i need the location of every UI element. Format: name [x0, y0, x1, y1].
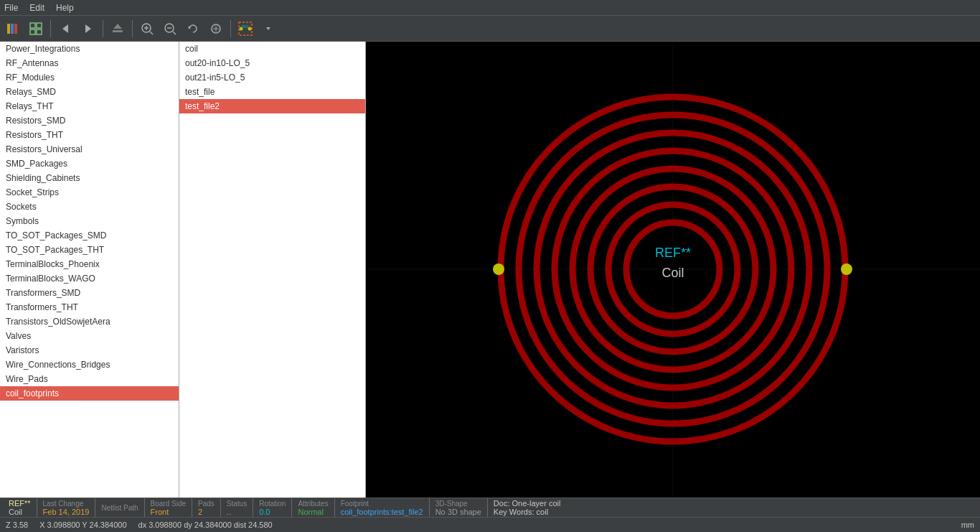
status-status-value: .. [227, 508, 247, 516]
grid-button[interactable] [26, 19, 46, 39]
status-keywords-label: Key Words: coil [494, 508, 971, 516]
lib-item[interactable]: RF_Antennas [0, 56, 179, 70]
lib-item[interactable]: Wire_Pads [0, 372, 179, 386]
status-netlist-label: Netlist Path [101, 504, 138, 512]
svg-rect-2 [14, 24, 17, 34]
status-lastchange-value: Feb 14, 2019 [43, 508, 90, 516]
lib-item[interactable]: Shielding_Cabinets [0, 171, 179, 185]
lib-item[interactable]: Sockets [0, 200, 179, 214]
main-area: Power_Integrations RF_Antennas RF_Module… [0, 42, 980, 498]
status-status-label: Status [227, 500, 247, 508]
pad-left [493, 263, 504, 275]
zoom-fit-button[interactable] [206, 19, 226, 39]
ref-label: REF** [655, 246, 691, 260]
status-footprint-col: Footprint coil_footprints:test_file2 [335, 498, 430, 517]
status-rotation-col: Rotation 0.0 [253, 498, 292, 517]
lib-item[interactable]: Resistors_SMD [0, 113, 179, 128]
lib-item[interactable]: Symbols [0, 214, 179, 228]
status-ref: REF** [9, 499, 31, 508]
fp-item-out21[interactable]: out21-in5-LO_5 [179, 70, 365, 85]
status-doc-label: Doc: One-layer coil [494, 499, 971, 508]
status-attr-col: Attributes Normal [292, 498, 334, 517]
lib-item[interactable]: SMD_Packages [0, 157, 179, 171]
zoom-reset-button[interactable] [183, 19, 203, 39]
status-unit: mm [961, 521, 974, 529]
lib-item[interactable]: Valves [0, 329, 179, 343]
status-lastchange-col: Last Change Feb 14, 2019 [37, 498, 96, 517]
fp-item-coil[interactable]: coil [179, 42, 365, 56]
status-lastchange-label: Last Change [43, 500, 90, 508]
svg-marker-7 [62, 24, 68, 33]
canvas-svg: REF** Coil [366, 42, 980, 498]
lib-item[interactable]: Wire_Connections_Bridges [0, 358, 179, 372]
status-attr-label: Attributes [298, 500, 328, 508]
zoom-out-button[interactable] [160, 19, 180, 39]
status-3dshape-value: No 3D shape [435, 508, 481, 516]
load-button[interactable] [108, 19, 128, 39]
footprint-panel: coil out20-in10-LO_5 out21-in5-LO_5 test… [179, 42, 366, 498]
separator-2 [103, 20, 103, 37]
menu-help[interactable]: Help [56, 3, 74, 13]
status-pads-label: Pads [198, 500, 215, 508]
footprint-button[interactable]: REF [235, 19, 255, 39]
separator-3 [132, 20, 133, 37]
dropdown-button[interactable] [258, 19, 278, 39]
lib-item[interactable]: Transformers_SMD [0, 286, 179, 300]
status-pads-col: Pads 2 [192, 498, 221, 517]
zoom-in-button[interactable] [137, 19, 157, 39]
svg-marker-10 [113, 24, 122, 29]
lib-item[interactable]: Relays_THT [0, 99, 179, 113]
svg-line-14 [150, 32, 153, 34]
lib-item[interactable]: Transformers_THT [0, 300, 179, 314]
lib-item-coil-footprints[interactable]: coil_footprints [0, 386, 179, 401]
lib-item[interactable]: Transistors_OldSowjetAera [0, 314, 179, 329]
status-boardside-value: Front [151, 508, 186, 516]
forward-button[interactable] [78, 19, 98, 39]
status-coord-xy: X 3.098800 Y 24.384000 [39, 521, 126, 529]
lib-item[interactable]: Resistors_THT [0, 128, 179, 142]
lib-item-resistors-universal[interactable]: Resistors_Universal [0, 142, 179, 157]
lib-item[interactable]: TO_SOT_Packages_THT [0, 243, 179, 257]
fp-item-test-file[interactable]: test_file [179, 85, 365, 99]
menu-edit[interactable]: Edit [29, 3, 44, 13]
status-coord-d: dx 3.098800 dy 24.384000 dist 24.580 [138, 521, 273, 529]
svg-text:REF: REF [242, 24, 249, 29]
lib-item[interactable]: Relays_SMD [0, 85, 179, 99]
status-footprint-label: Footprint [341, 500, 423, 508]
comp-label: Coil [661, 266, 684, 280]
status-top: REF** Coil Last Change Feb 14, 2019 Netl… [0, 498, 980, 518]
status-attr-value: Normal [298, 508, 328, 516]
lib-item[interactable]: RF_Modules [0, 70, 179, 85]
fp-item-out20[interactable]: out20-in10-LO_5 [179, 56, 365, 70]
lib-item[interactable]: Varistors [0, 343, 179, 358]
separator-1 [50, 20, 51, 37]
status-rotation-label: Rotation [259, 500, 286, 508]
svg-marker-26 [266, 27, 270, 30]
svg-rect-6 [37, 29, 42, 34]
menu-file[interactable]: File [4, 3, 18, 13]
svg-rect-0 [7, 24, 10, 34]
statusbar: REF** Coil Last Change Feb 14, 2019 Netl… [0, 498, 980, 532]
svg-rect-1 [11, 24, 14, 34]
status-netlist-col: Netlist Path [95, 498, 144, 517]
lib-item[interactable]: TerminalBlocks_Phoenix [0, 257, 179, 271]
status-comp: Coil [9, 508, 31, 516]
menubar: File Edit Help [0, 0, 980, 16]
status-rotation-value: 0.0 [259, 508, 286, 516]
separator-4 [230, 20, 231, 37]
library-panel: Power_Integrations RF_Antennas RF_Module… [0, 42, 179, 498]
canvas-area[interactable]: REF** Coil [366, 42, 980, 498]
svg-marker-8 [85, 24, 91, 33]
svg-line-17 [173, 32, 176, 34]
library-button[interactable] [3, 19, 23, 39]
lib-item[interactable]: Socket_Strips [0, 185, 179, 200]
svg-rect-4 [37, 23, 42, 28]
status-boardside-label: Board Side [151, 500, 186, 508]
svg-rect-3 [30, 23, 35, 28]
lib-item[interactable]: Power_Integrations [0, 42, 179, 56]
back-button[interactable] [55, 19, 75, 39]
lib-item[interactable]: TerminalBlocks_WAGO [0, 271, 179, 286]
lib-item[interactable]: TO_SOT_Packages_SMD [0, 228, 179, 243]
fp-item-test-file2[interactable]: test_file2 [179, 99, 365, 113]
status-pads-value: 2 [198, 508, 215, 516]
